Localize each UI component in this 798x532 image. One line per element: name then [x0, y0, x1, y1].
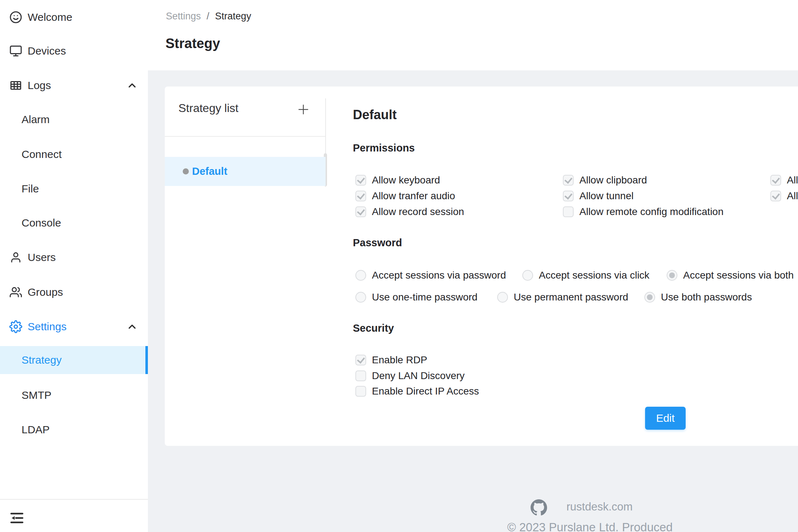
sidebar-item-label: LDAP	[22, 424, 50, 436]
checkbox-allow-truncated-1[interactable]: Allow	[770, 172, 798, 188]
checkbox-label: Enable RDP	[372, 354, 427, 366]
checkbox-deny-lan-discovery[interactable]: Deny LAN Discovery	[355, 368, 465, 384]
footer-link[interactable]: rustdesk.com	[566, 500, 633, 513]
radio-label: Use permanent password	[514, 291, 628, 303]
checkbox-allow-tranfer-audio[interactable]: Allow tranfer audio	[355, 188, 455, 204]
checkbox-icon[interactable]	[770, 191, 781, 201]
radio-label: Accept sessions via both	[683, 270, 794, 281]
breadcrumb-current: Strategy	[215, 11, 251, 22]
radio-icon[interactable]	[355, 292, 366, 303]
menu-fold-icon[interactable]	[9, 510, 24, 526]
sidebar-item-label: Groups	[28, 286, 63, 298]
sidebar-item-label: Strategy	[22, 354, 62, 366]
breadcrumb-parent[interactable]: Settings	[166, 11, 201, 22]
checkbox-allow-clipboard[interactable]: Allow clipboard	[563, 172, 647, 188]
sidebar-item-alarm[interactable]: Alarm	[0, 102, 148, 137]
sidebar-item-file[interactable]: File	[0, 172, 148, 206]
checkbox-allow-tunnel[interactable]: Allow tunnel	[563, 188, 634, 204]
page-title: Strategy	[165, 36, 220, 51]
sidebar-divider	[0, 499, 148, 500]
chevron-up-icon[interactable]	[126, 321, 138, 332]
radio-accept-sessions-via-both[interactable]: Accept sessions via both	[667, 267, 794, 283]
active-indicator-bar	[145, 346, 148, 374]
sidebar-item-groups[interactable]: Groups	[0, 275, 148, 309]
breadcrumb: Settings / Strategy	[166, 10, 251, 22]
sidebar-item-settings[interactable]: Settings	[0, 309, 148, 344]
edit-button[interactable]: Edit	[645, 407, 686, 430]
checkbox-icon[interactable]	[770, 175, 781, 186]
checkbox-icon[interactable]	[563, 191, 574, 201]
checkbox-enable-direct-ip-access[interactable]: Enable Direct IP Access	[355, 383, 479, 399]
sidebar-item-logs[interactable]: Logs	[0, 68, 148, 103]
list-header-divider	[165, 136, 326, 137]
user-icon	[9, 251, 22, 264]
checkbox-label: Allow tunnel	[579, 190, 634, 202]
radio-accept-sessions-via-click[interactable]: Accept sessions via click	[522, 267, 649, 283]
table-grid-icon	[9, 79, 22, 92]
checkbox-label: Allow	[787, 190, 798, 202]
sidebar-item-connect[interactable]: Connect	[0, 137, 148, 172]
checkbox-icon[interactable]	[355, 355, 366, 365]
sidebar-item-console[interactable]: Console	[0, 206, 148, 240]
sidebar-item-ldap[interactable]: LDAP	[0, 412, 148, 447]
gray-dot-icon	[183, 168, 189, 174]
strategy-list-item-default[interactable]: Default	[165, 157, 326, 186]
sidebar-item-strategy[interactable]: Strategy	[0, 346, 148, 374]
sidebar-item-label: Console	[22, 217, 61, 229]
radio-use-one-time-password[interactable]: Use one-time password	[355, 289, 477, 305]
radio-icon[interactable]	[667, 270, 677, 281]
sidebar-item-welcome[interactable]: Welcome	[0, 0, 148, 34]
strategy-list-item-label: Default	[192, 165, 227, 177]
sidebar-item-label: Logs	[28, 79, 51, 92]
radio-label: Use one-time password	[372, 291, 477, 303]
radio-icon[interactable]	[355, 270, 366, 281]
checkbox-label: Allow remote config modification	[579, 206, 724, 218]
sidebar-item-label: Devices	[28, 45, 66, 57]
password-heading: Password	[353, 237, 402, 249]
github-icon[interactable]	[531, 499, 547, 516]
security-heading: Security	[353, 322, 394, 334]
strategy-list-title: Strategy list	[178, 102, 238, 115]
checkbox-allow-truncated-2[interactable]: Allow	[770, 188, 798, 204]
sidebar-item-label: Welcome	[28, 11, 72, 23]
plus-icon[interactable]	[296, 102, 311, 117]
checkbox-enable-rdp[interactable]: Enable RDP	[355, 352, 427, 368]
sidebar-item-users[interactable]: Users	[0, 240, 148, 275]
sidebar-item-label: File	[22, 183, 39, 195]
radio-accept-sessions-via-password[interactable]: Accept sessions via password	[355, 267, 506, 283]
radio-label: Use both passwords	[661, 291, 752, 303]
checkbox-icon[interactable]	[355, 175, 366, 186]
checkbox-icon[interactable]	[355, 386, 366, 397]
checkbox-icon[interactable]	[355, 191, 366, 201]
footer-copyright: © 2023 Purslane Ltd. Produced	[507, 521, 673, 532]
checkbox-label: Allow tranfer audio	[372, 190, 455, 202]
gear-icon	[9, 320, 22, 333]
checkbox-icon[interactable]	[355, 370, 366, 381]
sidebar: Welcome Devices Logs Alarm Connect File …	[0, 0, 148, 532]
checkbox-label: Allow record session	[372, 206, 464, 218]
checkbox-label: Deny LAN Discovery	[372, 370, 465, 382]
checkbox-allow-record-session[interactable]: Allow record session	[355, 204, 464, 220]
radio-icon[interactable]	[644, 292, 655, 303]
permissions-heading: Permissions	[353, 142, 415, 154]
rustdesk-console-strategy-page: { "colors": { "accent_blue": "#2196f3", …	[0, 0, 798, 532]
users-icon	[9, 286, 22, 299]
checkbox-allow-remote-config[interactable]: Allow remote config modification	[563, 204, 724, 220]
radio-label: Accept sessions via password	[372, 270, 506, 281]
checkbox-icon[interactable]	[563, 206, 574, 217]
sidebar-item-label: Alarm	[22, 113, 50, 126]
chevron-up-icon[interactable]	[126, 80, 138, 91]
sidebar-item-smtp[interactable]: SMTP	[0, 378, 148, 412]
checkbox-label: Enable Direct IP Access	[372, 386, 479, 397]
checkbox-allow-keyboard[interactable]: Allow keyboard	[355, 172, 440, 188]
radio-use-permanent-password[interactable]: Use permanent password	[497, 289, 628, 305]
monitor-icon	[9, 45, 22, 57]
checkbox-icon[interactable]	[563, 175, 574, 186]
radio-icon[interactable]	[497, 292, 508, 303]
sidebar-item-label: Connect	[22, 148, 62, 160]
radio-use-both-passwords[interactable]: Use both passwords	[644, 289, 752, 305]
sidebar-item-devices[interactable]: Devices	[0, 34, 148, 68]
checkbox-icon[interactable]	[355, 206, 366, 217]
sidebar-item-label: SMTP	[22, 389, 51, 401]
radio-icon[interactable]	[522, 270, 533, 281]
